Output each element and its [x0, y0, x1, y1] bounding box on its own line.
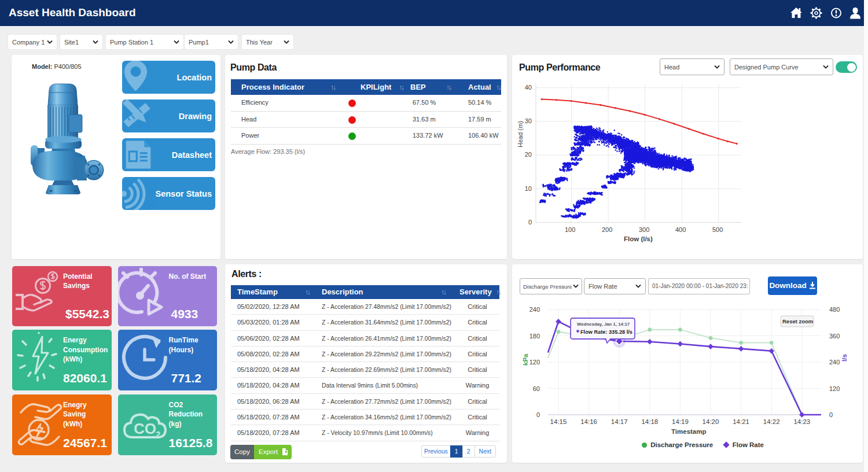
- svg-text:Flow Rate: 335.28 l/s: Flow Rate: 335.28 l/s: [580, 329, 632, 335]
- svg-text:kPa: kPa: [522, 353, 529, 366]
- svg-text:14:22: 14:22: [763, 418, 780, 425]
- svg-text:CO: CO: [134, 420, 156, 437]
- svg-text:480: 480: [829, 306, 840, 313]
- svg-text:Wednesday, Jan 1, 14:17: Wednesday, Jan 1, 14:17: [577, 322, 630, 327]
- svg-text:l/s: l/s: [841, 354, 848, 362]
- svg-text:0: 0: [829, 411, 833, 418]
- svg-text:14:15: 14:15: [550, 418, 567, 425]
- svg-text:14:19: 14:19: [672, 418, 689, 425]
- svg-text:14:21: 14:21: [733, 418, 749, 425]
- svg-text:180: 180: [529, 333, 540, 340]
- svg-text:0: 0: [536, 411, 540, 418]
- svg-text:14:20: 14:20: [703, 418, 719, 425]
- svg-text:240: 240: [829, 359, 840, 366]
- svg-text:360: 360: [829, 333, 840, 340]
- svg-text:60: 60: [533, 385, 540, 392]
- svg-text:14:23: 14:23: [793, 418, 810, 425]
- svg-text:120: 120: [829, 385, 840, 392]
- svg-text:2: 2: [156, 429, 160, 439]
- svg-text:14:16: 14:16: [580, 418, 597, 425]
- svg-text:120: 120: [529, 359, 540, 366]
- svg-text:240: 240: [529, 306, 540, 313]
- svg-text:14:17: 14:17: [611, 418, 628, 425]
- svg-text:Reset zoom: Reset zoom: [782, 318, 813, 325]
- svg-text:14:18: 14:18: [641, 418, 658, 425]
